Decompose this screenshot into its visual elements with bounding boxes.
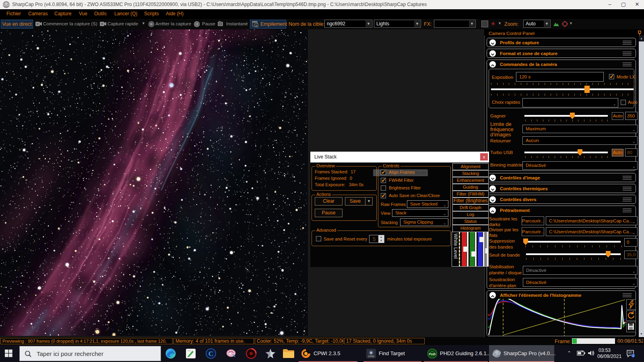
svg-text:PHD: PHD [429, 352, 436, 356]
svg-text:1: 1 [632, 354, 634, 357]
svg-text:CPWI: CPWI [368, 355, 374, 358]
svg-text:C: C [208, 350, 213, 358]
svg-text:a: a [256, 24, 257, 27]
